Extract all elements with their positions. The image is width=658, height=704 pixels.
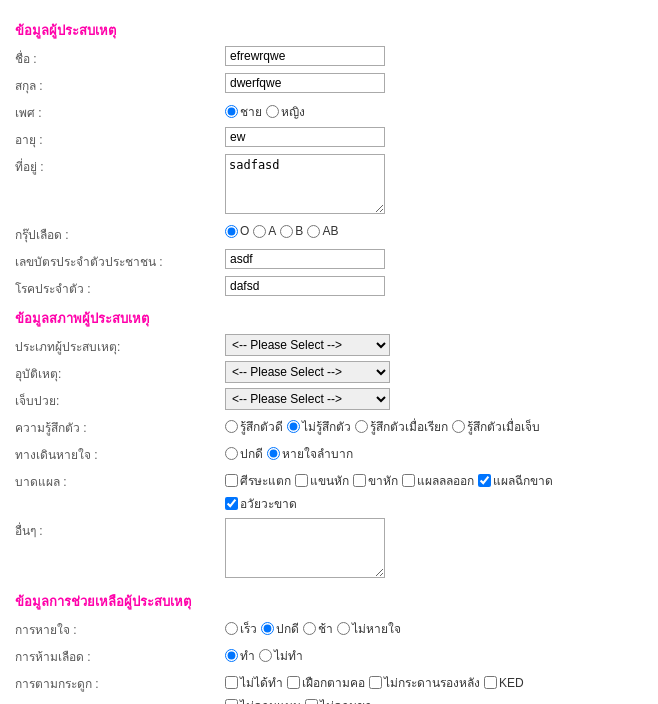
breath-fast-label: เร็ว bbox=[240, 619, 257, 638]
breath-none-radio[interactable] bbox=[337, 622, 350, 635]
consciousness-pain-radio[interactable] bbox=[452, 420, 465, 433]
bone-noleg-option[interactable]: ไม่ดามขา bbox=[305, 696, 372, 704]
bone-collar-option[interactable]: เฝือกตามคอ bbox=[287, 673, 365, 692]
victim-type-label: ประเภทผู้ประสบเหตุ: bbox=[15, 334, 225, 356]
bleeding-do-option[interactable]: ทำ bbox=[225, 646, 255, 665]
breath-none-option[interactable]: ไม่หายใจ bbox=[337, 619, 401, 638]
consciousness-good-option[interactable]: รู้สึกตัวดี bbox=[225, 417, 283, 436]
accident-select[interactable]: <-- Please Select --> bbox=[225, 361, 390, 383]
surname-control bbox=[225, 73, 643, 93]
blood-ab-option[interactable]: AB bbox=[307, 224, 338, 238]
airway-normal-option[interactable]: ปกดี bbox=[225, 444, 263, 463]
bleeding-row: การห้ามเลือด : ทำ ไม่ทำ bbox=[15, 644, 643, 666]
breath-normal-option[interactable]: ปกดี bbox=[261, 619, 299, 638]
bleeding-no-option[interactable]: ไม่ทำ bbox=[259, 646, 303, 665]
wound-arm-checkbox[interactable] bbox=[295, 474, 308, 487]
victim-type-select[interactable]: <-- Please Select --> bbox=[225, 334, 390, 356]
wound-leg-checkbox[interactable] bbox=[353, 474, 366, 487]
victim-type-row: ประเภทผู้ประสบเหตุ: <-- Please Select --… bbox=[15, 334, 643, 356]
breath-slow-radio[interactable] bbox=[303, 622, 316, 635]
name-label: ชื่อ : bbox=[15, 46, 225, 68]
wound-amputate-option[interactable]: อวัยวะขาด bbox=[225, 494, 297, 513]
breath-normal-label: ปกดี bbox=[276, 619, 299, 638]
age-row: อายุ : bbox=[15, 127, 643, 149]
wound-arm-option[interactable]: แขนหัก bbox=[295, 471, 349, 490]
bone-notdone-option[interactable]: ไม่ได้ทำ bbox=[225, 673, 283, 692]
wound-bleed-checkbox[interactable] bbox=[402, 474, 415, 487]
blood-a-radio[interactable] bbox=[253, 225, 266, 238]
breath-slow-label: ช้า bbox=[318, 619, 333, 638]
blood-o-label: O bbox=[240, 224, 249, 238]
bone-backboard-checkbox[interactable] bbox=[369, 676, 382, 689]
bleeding-label: การห้ามเลือด : bbox=[15, 644, 225, 666]
wound-leg-option[interactable]: ขาหัก bbox=[353, 471, 398, 490]
gender-female-option[interactable]: หญิง bbox=[266, 102, 305, 121]
breath-normal-radio[interactable] bbox=[261, 622, 274, 635]
bone-noleg-checkbox[interactable] bbox=[305, 699, 318, 704]
consciousness-good-radio[interactable] bbox=[225, 420, 238, 433]
blood-b-radio[interactable] bbox=[280, 225, 293, 238]
blood-o-radio[interactable] bbox=[225, 225, 238, 238]
breathing-help-control: เร็ว ปกดี ช้า ไม่หายใจ bbox=[225, 617, 643, 638]
blood-ab-radio[interactable] bbox=[307, 225, 320, 238]
bone-backboard-option[interactable]: ไม่กระดานรองหลัง bbox=[369, 673, 480, 692]
airway-difficult-radio[interactable] bbox=[267, 447, 280, 460]
blood-b-option[interactable]: B bbox=[280, 224, 303, 238]
bone-collar-checkbox[interactable] bbox=[287, 676, 300, 689]
blood-b-label: B bbox=[295, 224, 303, 238]
consciousness-call-radio[interactable] bbox=[355, 420, 368, 433]
address-control: sadfasd bbox=[225, 154, 643, 217]
breath-fast-radio[interactable] bbox=[225, 622, 238, 635]
breath-fast-option[interactable]: เร็ว bbox=[225, 619, 257, 638]
blood-a-option[interactable]: A bbox=[253, 224, 276, 238]
breath-slow-option[interactable]: ช้า bbox=[303, 619, 333, 638]
wound-tear-checkbox[interactable] bbox=[478, 474, 491, 487]
blood-o-option[interactable]: O bbox=[225, 224, 249, 238]
airway-difficult-label: หายใจลำบาก bbox=[282, 444, 353, 463]
bone-collar-label: เฝือกตามคอ bbox=[302, 673, 365, 692]
disease-input[interactable] bbox=[225, 276, 385, 296]
disease-row: โรคประจำตัว : bbox=[15, 276, 643, 298]
wound-head-label: ศีรษะแตก bbox=[240, 471, 291, 490]
gender-row: เพศ : ชาย หญิง bbox=[15, 100, 643, 122]
wounds-control: ศีรษะแตก แขนหัก ขาหัก แผลลลออก แผลฉีกขาด bbox=[225, 469, 643, 513]
idcard-input[interactable] bbox=[225, 249, 385, 269]
wound-bleed-option[interactable]: แผลลลออก bbox=[402, 471, 474, 490]
airway-difficult-option[interactable]: หายใจลำบาก bbox=[267, 444, 353, 463]
gender-label: เพศ : bbox=[15, 100, 225, 122]
bleeding-no-radio[interactable] bbox=[259, 649, 272, 662]
age-input[interactable] bbox=[225, 127, 385, 147]
wound-head-option[interactable]: ศีรษะแตก bbox=[225, 471, 291, 490]
airway-control: ปกดี หายใจลำบาก bbox=[225, 442, 643, 463]
address-input[interactable]: sadfasd bbox=[225, 154, 385, 214]
wound-amputate-checkbox[interactable] bbox=[225, 497, 238, 510]
bone-notdone-checkbox[interactable] bbox=[225, 676, 238, 689]
injury-other-row: อื่นๆ : bbox=[15, 518, 643, 581]
wound-label: เจ็บปวย: bbox=[15, 388, 225, 410]
consciousness-pain-option[interactable]: รู้สึกตัวเมื่อเจ็บ bbox=[452, 417, 540, 436]
surname-input[interactable] bbox=[225, 73, 385, 93]
bone-ked-checkbox[interactable] bbox=[484, 676, 497, 689]
consciousness-call-label: รู้สึกตัวเมื่อเรียก bbox=[370, 417, 448, 436]
gender-male-radio[interactable] bbox=[225, 105, 238, 118]
name-control bbox=[225, 46, 643, 66]
consciousness-call-option[interactable]: รู้สึกตัวเมื่อเรียก bbox=[355, 417, 448, 436]
bleeding-do-label: ทำ bbox=[240, 646, 255, 665]
name-input[interactable] bbox=[225, 46, 385, 66]
address-label: ที่อยู่ : bbox=[15, 154, 225, 176]
bone-noarm-checkbox[interactable] bbox=[225, 699, 238, 704]
bone-noarm-option[interactable]: ไม่ดามแนน bbox=[225, 696, 301, 704]
consciousness-none-option[interactable]: ไม่รู้สึกตัว bbox=[287, 417, 351, 436]
wound-tear-option[interactable]: แผลฉีกขาด bbox=[478, 471, 553, 490]
wound-select[interactable]: <-- Please Select --> bbox=[225, 388, 390, 410]
gender-male-option[interactable]: ชาย bbox=[225, 102, 262, 121]
wound-head-checkbox[interactable] bbox=[225, 474, 238, 487]
bone-ked-option[interactable]: KED bbox=[484, 676, 524, 690]
breath-none-label: ไม่หายใจ bbox=[352, 619, 401, 638]
airway-normal-radio[interactable] bbox=[225, 447, 238, 460]
gender-female-radio[interactable] bbox=[266, 105, 279, 118]
injury-other-input[interactable] bbox=[225, 518, 385, 578]
bleeding-do-radio[interactable] bbox=[225, 649, 238, 662]
consciousness-none-radio[interactable] bbox=[287, 420, 300, 433]
accident-row: อุบัติเหตุ: <-- Please Select --> bbox=[15, 361, 643, 383]
